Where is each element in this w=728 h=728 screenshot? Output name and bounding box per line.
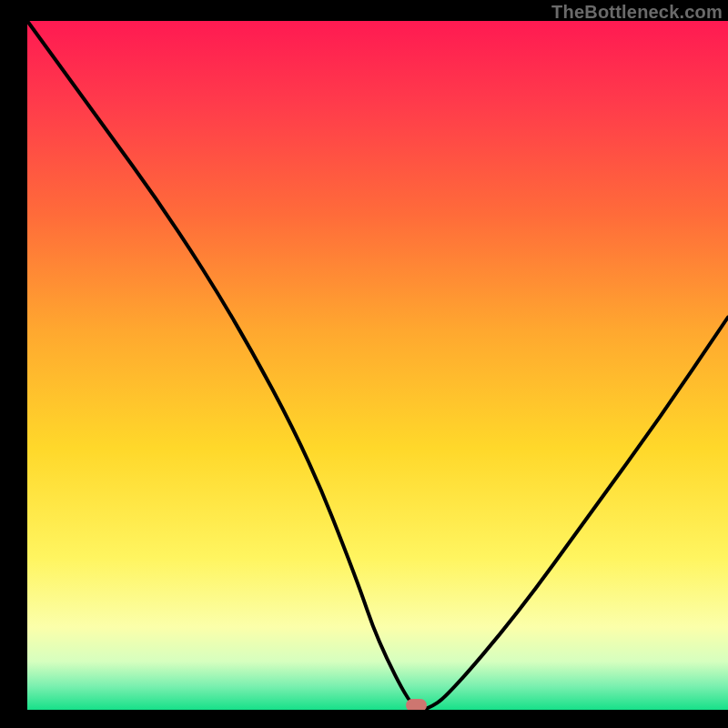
chart-canvas: TheBottleneck.com: [0, 0, 728, 728]
plot-area: [27, 21, 728, 710]
optimal-marker: [406, 699, 427, 710]
watermark-text: TheBottleneck.com: [551, 2, 723, 23]
bottleneck-curve: [27, 21, 728, 710]
